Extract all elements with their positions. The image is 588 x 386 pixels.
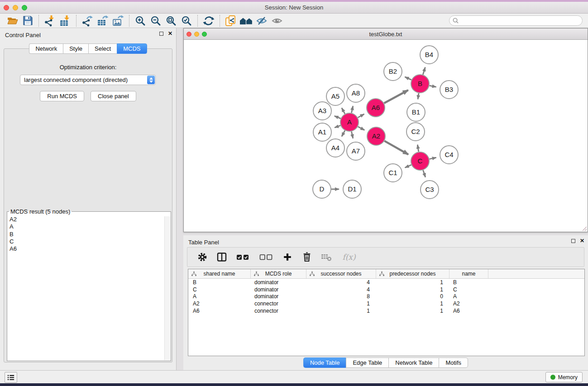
cell-name[interactable]: A <box>449 293 488 300</box>
node-A3[interactable]: A3 <box>313 102 331 120</box>
export-network-button[interactable] <box>80 14 95 27</box>
edge-C-C2[interactable] <box>417 145 418 152</box>
cell-predecessor-nodes[interactable]: 1 <box>376 300 449 307</box>
edge-B-B4[interactable] <box>423 67 425 75</box>
cell-mcds-role[interactable]: connector <box>251 300 306 307</box>
table-tab-node-table[interactable]: Node Table <box>303 357 346 368</box>
import-table-button[interactable] <box>57 14 73 27</box>
node-A8[interactable]: A8 <box>347 84 365 102</box>
edge-A6-B[interactable] <box>384 90 408 103</box>
zoom-in-button[interactable] <box>133 14 148 27</box>
column-header-predecessor-nodes[interactable]: predecessor nodes <box>376 269 449 278</box>
save-session-button[interactable] <box>20 14 35 27</box>
result-item[interactable]: A2 <box>10 216 171 223</box>
node-A2[interactable]: A2 <box>367 127 385 145</box>
node-B4[interactable]: B4 <box>420 46 438 64</box>
cell-predecessor-nodes[interactable]: 1 <box>376 286 449 293</box>
table-tab-motifs[interactable]: Motifs <box>439 357 468 368</box>
export-image-button[interactable] <box>110 14 126 27</box>
deselect-all-columns-button[interactable] <box>258 251 274 263</box>
zoom-fit-button[interactable] <box>163 14 179 27</box>
memory-button[interactable]: Memory <box>545 372 583 382</box>
cell-shared-name[interactable]: A6 <box>188 308 251 314</box>
first-neighbors-button[interactable] <box>239 14 254 27</box>
cell-name[interactable]: A6 <box>449 308 488 314</box>
task-history-button[interactable] <box>5 372 17 383</box>
node-A5[interactable]: A5 <box>326 87 344 105</box>
edge-A-A1[interactable] <box>335 125 340 128</box>
node-B1[interactable]: B1 <box>407 103 425 121</box>
edge-A-A4[interactable] <box>342 130 345 136</box>
delete-table-button[interactable] <box>320 251 332 263</box>
result-item[interactable]: C <box>10 238 171 245</box>
node-D[interactable]: D <box>313 180 331 198</box>
delete-row-button[interactable] <box>301 251 313 263</box>
edge-A-A6[interactable] <box>358 114 364 118</box>
resize-grip-icon[interactable] <box>582 226 587 231</box>
function-builder-button[interactable]: f(x) <box>340 251 358 263</box>
table-tab-network-table[interactable]: Network Table <box>388 357 439 368</box>
tab-style[interactable]: Style <box>63 43 88 54</box>
select-all-columns-button[interactable] <box>235 251 251 263</box>
cell-shared-name[interactable]: B <box>188 279 251 286</box>
column-header-name[interactable]: name <box>449 269 488 278</box>
node-A1[interactable]: A1 <box>313 123 331 141</box>
network-canvas[interactable]: B4B2BB3A5A8A6B1A3AC2A1A2A4A7C4CC1C3DD1 <box>184 40 588 232</box>
node-C4[interactable]: C4 <box>440 146 458 164</box>
table-row[interactable]: A6connector11A6 <box>188 307 584 315</box>
import-network-button[interactable] <box>42 14 57 27</box>
edge-B-B3[interactable] <box>430 86 436 87</box>
node-B2[interactable]: B2 <box>384 62 402 81</box>
refresh-layout-button[interactable] <box>201 14 216 27</box>
edge-C-C1[interactable] <box>405 165 411 167</box>
cell-successor-nodes[interactable]: 1 <box>306 308 376 314</box>
table-tab-edge-table[interactable]: Edge Table <box>346 357 388 368</box>
result-scrollbar[interactable] <box>164 216 170 360</box>
cell-successor-nodes[interactable]: 4 <box>306 279 376 286</box>
cell-name[interactable]: B <box>449 279 488 286</box>
edge-A2-C[interactable] <box>384 141 408 154</box>
node-B3[interactable]: B3 <box>440 81 458 99</box>
cell-mcds-role[interactable]: dominator <box>251 279 306 286</box>
tab-network[interactable]: Network <box>29 43 63 54</box>
zoom-selected-button[interactable] <box>179 14 194 27</box>
close-panel-icon[interactable]: ✕ <box>168 32 172 36</box>
edge-A-A7[interactable] <box>352 132 353 138</box>
node-D1[interactable]: D1 <box>343 180 361 198</box>
cell-successor-nodes[interactable]: 4 <box>306 286 376 293</box>
column-header-shared-name[interactable]: shared name <box>188 269 251 278</box>
column-header-successor-nodes[interactable]: successor nodes <box>306 269 376 278</box>
node-A7[interactable]: A7 <box>347 142 365 160</box>
edge-A-A3[interactable] <box>335 116 341 119</box>
column-view-button[interactable] <box>216 251 228 263</box>
table-row[interactable]: Bdominator41B <box>188 279 584 286</box>
edge-B-B1[interactable] <box>418 93 419 100</box>
node-C2[interactable]: C2 <box>406 123 425 141</box>
cell-mcds-role[interactable]: dominator <box>251 293 306 300</box>
search-input[interactable] <box>460 18 574 24</box>
node-C3[interactable]: C3 <box>421 181 439 199</box>
table-row[interactable]: Cdominator41C <box>188 286 584 293</box>
hide-selected-button[interactable] <box>254 14 269 27</box>
export-table-button[interactable] <box>95 14 110 27</box>
edge-A-A2[interactable] <box>358 127 365 130</box>
tab-select[interactable]: Select <box>88 43 117 54</box>
tab-mcds[interactable]: MCDS <box>117 43 147 54</box>
edge-A-A5[interactable] <box>342 108 345 114</box>
edge-B-B2[interactable] <box>405 77 411 80</box>
edge-C-C3[interactable] <box>423 170 425 177</box>
float-table-panel-icon[interactable] <box>571 239 575 243</box>
edge-C-C4[interactable] <box>430 157 436 159</box>
clone-network-button[interactable] <box>223 14 239 27</box>
cell-successor-nodes[interactable]: 1 <box>306 300 376 307</box>
zoom-out-button[interactable] <box>148 14 163 27</box>
node-C1[interactable]: C1 <box>384 164 402 182</box>
cell-predecessor-nodes[interactable]: 1 <box>376 279 449 286</box>
edge-A-A8[interactable] <box>352 106 353 113</box>
cell-shared-name[interactable]: A2 <box>188 300 251 307</box>
result-item[interactable]: A6 <box>10 245 171 253</box>
show-all-button[interactable] <box>269 14 285 27</box>
table-row[interactable]: Adominator80A <box>188 293 584 300</box>
cell-shared-name[interactable]: C <box>188 286 251 293</box>
result-item[interactable]: B <box>10 231 171 238</box>
